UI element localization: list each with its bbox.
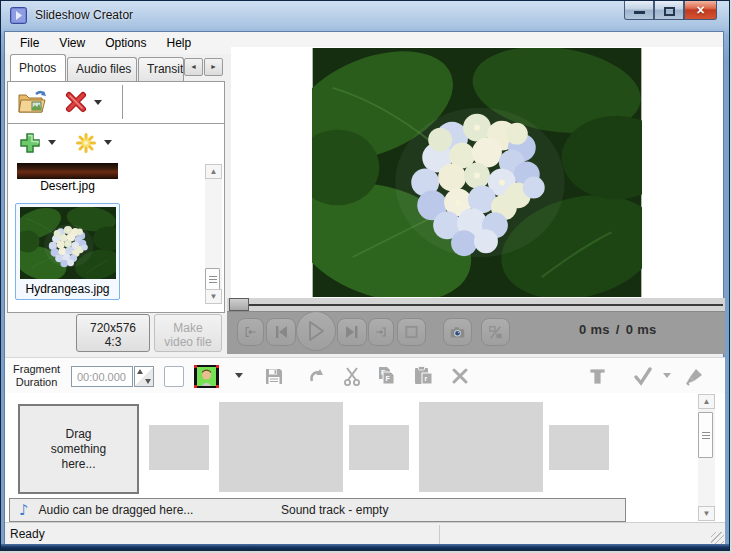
delete-red-x-icon bbox=[64, 90, 88, 114]
scrollbar-thumb[interactable] bbox=[205, 268, 220, 290]
audio-track-drop-target[interactable]: ♪ Audio can be dragged here... Sound tra… bbox=[9, 498, 626, 522]
go-start-button[interactable] bbox=[237, 318, 264, 346]
make-video-button[interactable]: Make video file bbox=[154, 314, 222, 352]
status-bar: Ready bbox=[5, 522, 725, 546]
svg-text:F: F bbox=[385, 375, 390, 382]
menu-view[interactable]: View bbox=[50, 34, 94, 52]
undo-button[interactable] bbox=[305, 365, 327, 387]
spinner-up-icon[interactable] bbox=[137, 369, 143, 374]
apply-check-button[interactable] bbox=[632, 365, 654, 387]
preview-area bbox=[231, 47, 723, 298]
seek-bar[interactable] bbox=[227, 298, 725, 312]
add-text-button[interactable] bbox=[586, 365, 608, 387]
sound-track-status: Sound track - empty bbox=[281, 503, 388, 517]
photo-list: Desert.jpg Hydrangeas.jpg ▲ ▼ bbox=[8, 161, 224, 312]
content-area: File View Options Help Photos Audio file… bbox=[4, 31, 724, 545]
photo-list-scrollbar[interactable]: ▲ ▼ bbox=[205, 164, 222, 304]
fragment-duration-input[interactable] bbox=[71, 366, 133, 387]
photo-filename: Hydrangeas.jpg bbox=[16, 282, 119, 296]
brush-icon bbox=[684, 367, 704, 386]
previous-icon bbox=[273, 325, 289, 339]
delete-x-icon bbox=[451, 367, 469, 385]
list-item-desert[interactable]: Desert.jpg bbox=[17, 163, 118, 193]
transition-preview-box[interactable] bbox=[164, 366, 184, 387]
check-dropdown-icon[interactable] bbox=[663, 373, 671, 378]
add-plus-icon bbox=[18, 131, 42, 155]
brush-button[interactable] bbox=[683, 365, 705, 387]
tab-scroll-left-icon[interactable]: ◄ bbox=[184, 58, 203, 76]
effects-dropdown-icon[interactable] bbox=[104, 140, 112, 145]
delete-dropdown-icon[interactable] bbox=[94, 100, 102, 105]
camera-icon bbox=[450, 325, 465, 340]
preview-image bbox=[312, 48, 642, 297]
resolution-button[interactable]: 720x576 4:3 bbox=[76, 314, 150, 352]
photos-toolbar-bottom bbox=[8, 124, 224, 161]
music-note-icon: ♪ bbox=[19, 501, 29, 519]
spinner-down-icon[interactable] bbox=[145, 379, 151, 384]
window-title: Slideshow Creator bbox=[35, 8, 133, 22]
minimize-icon bbox=[634, 11, 645, 14]
timeline-placeholder bbox=[149, 425, 209, 470]
scroll-down-icon[interactable]: ▼ bbox=[698, 506, 715, 521]
delete-fragment-button[interactable] bbox=[449, 365, 471, 387]
svg-text:r: r bbox=[424, 375, 427, 382]
close-button[interactable]: × bbox=[684, 1, 717, 20]
drop-hint-text: Drag something here... bbox=[40, 427, 118, 472]
photos-toolbar-top bbox=[8, 82, 224, 122]
maximize-button[interactable] bbox=[654, 1, 684, 20]
title-bar[interactable]: Slideshow Creator × bbox=[1, 1, 729, 31]
add-dropdown-icon[interactable] bbox=[48, 140, 56, 145]
scroll-up-icon[interactable]: ▲ bbox=[698, 394, 715, 409]
copy-button[interactable]: F F bbox=[375, 365, 397, 387]
stop-button[interactable] bbox=[397, 318, 426, 346]
menu-options[interactable]: Options bbox=[96, 34, 155, 52]
chroma-key-button[interactable] bbox=[194, 365, 219, 388]
duration-spinner[interactable] bbox=[134, 366, 154, 387]
chroma-dropdown-icon[interactable] bbox=[235, 373, 243, 378]
fragment-toolbar: Fragment Duration bbox=[5, 357, 725, 393]
scrollbar-thumb[interactable] bbox=[698, 412, 713, 458]
save-frame-button[interactable] bbox=[263, 365, 285, 387]
effects-burst-icon bbox=[74, 131, 98, 155]
tab-audio-files[interactable]: Audio files bbox=[67, 57, 137, 81]
zoom-ratio-button[interactable] bbox=[481, 318, 510, 346]
add-photo-button[interactable] bbox=[18, 131, 42, 155]
photos-panel: Desert.jpg Hydrangeas.jpg ▲ ▼ bbox=[7, 81, 225, 313]
next-icon bbox=[344, 325, 360, 339]
tab-scroll-right-icon[interactable]: ► bbox=[204, 58, 223, 76]
audio-drop-hint: Audio can be dragged here... bbox=[39, 503, 194, 517]
timeline-drop-target[interactable]: Drag something here... bbox=[18, 404, 139, 494]
cut-scissors-icon bbox=[343, 367, 361, 386]
go-end-button[interactable] bbox=[368, 318, 394, 346]
previous-button[interactable] bbox=[266, 318, 296, 346]
seek-handle[interactable] bbox=[229, 298, 249, 311]
tab-photos[interactable]: Photos bbox=[10, 54, 66, 81]
zoom-ratio-icon bbox=[488, 324, 503, 341]
copy-icon: F F bbox=[376, 366, 397, 386]
cut-button[interactable] bbox=[341, 365, 363, 387]
resolution-value: 720x576 bbox=[90, 321, 136, 335]
desert-thumbnail bbox=[17, 163, 118, 179]
effects-button[interactable] bbox=[74, 131, 98, 155]
paste-button[interactable]: r bbox=[412, 365, 434, 387]
open-folder-button[interactable] bbox=[16, 87, 48, 117]
menu-help[interactable]: Help bbox=[158, 34, 201, 52]
menu-file[interactable]: File bbox=[11, 34, 48, 52]
list-item-hydrangeas-selected[interactable]: Hydrangeas.jpg bbox=[15, 203, 120, 300]
undo-icon bbox=[307, 367, 325, 385]
play-button[interactable] bbox=[296, 311, 336, 351]
maximize-icon bbox=[664, 7, 675, 16]
tab-transitions[interactable]: Transiti bbox=[138, 57, 184, 81]
status-separator bbox=[439, 525, 440, 544]
total-time: 0 ms bbox=[626, 322, 657, 337]
next-button[interactable] bbox=[337, 318, 367, 346]
photo-filename: Desert.jpg bbox=[17, 179, 118, 193]
minimize-button[interactable] bbox=[624, 1, 654, 20]
scroll-up-icon[interactable]: ▲ bbox=[205, 164, 222, 179]
scroll-down-icon[interactable]: ▼ bbox=[205, 289, 222, 304]
go-start-icon bbox=[244, 325, 257, 339]
fragment-duration-label: Fragment Duration bbox=[13, 363, 60, 389]
delete-photo-button[interactable] bbox=[64, 90, 88, 114]
timeline-scrollbar[interactable]: ▲ ▼ bbox=[698, 394, 715, 521]
snapshot-button[interactable] bbox=[443, 318, 472, 346]
